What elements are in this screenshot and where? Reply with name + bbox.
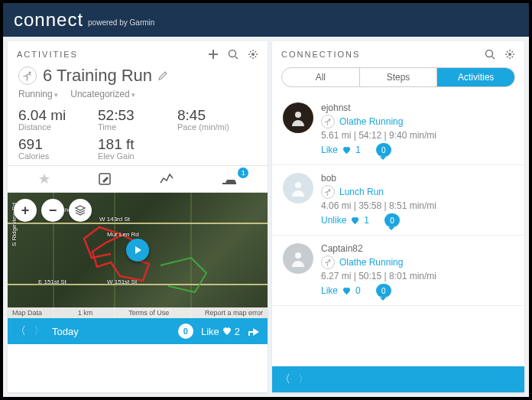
elev-label: Elev Gain xyxy=(98,151,177,161)
like-button[interactable]: Unlike xyxy=(321,215,346,226)
avatar[interactable] xyxy=(283,173,313,203)
segment-all[interactable]: All xyxy=(282,68,359,86)
segment-activities[interactable]: Activities xyxy=(436,68,514,86)
distance-value: 6.04 mi xyxy=(18,107,98,124)
street-label: E 151st St xyxy=(38,278,66,285)
comment-count[interactable]: 0 xyxy=(376,143,391,157)
avatar[interactable] xyxy=(283,102,313,133)
svg-point-2 xyxy=(29,72,31,74)
heart-icon xyxy=(351,216,359,225)
gear-icon[interactable] xyxy=(504,49,515,60)
today-label: Today xyxy=(52,326,79,337)
avatar[interactable] xyxy=(283,243,313,274)
segment-steps[interactable]: Steps xyxy=(359,68,437,86)
panel-title: CONNECTIONS xyxy=(281,50,360,59)
calories-value: 691 xyxy=(18,136,98,153)
connection-name: ejohnst xyxy=(321,102,514,113)
time-value: 52:53 xyxy=(98,107,177,124)
zoom-in-button[interactable]: + xyxy=(14,199,37,222)
connection-name: Captain82 xyxy=(321,243,514,254)
map[interactable]: W 143rd St Mur Len Rd E 151st St W 151st… xyxy=(8,193,268,318)
next-button[interactable]: 〉 xyxy=(34,324,44,338)
like-button[interactable]: Like xyxy=(321,145,338,155)
street-label: W 151st St xyxy=(107,278,137,285)
connection-stats: 5.61 mi | 54:12 | 9:40 min/mi xyxy=(321,130,514,141)
running-icon xyxy=(321,115,335,128)
connections-footer: 〈 〉 xyxy=(272,366,524,392)
connection-activity-link[interactable]: Olathe Running xyxy=(321,255,514,269)
share-icon[interactable] xyxy=(248,326,260,337)
street-label: W 143rd St xyxy=(99,216,130,223)
logo-subtitle: powered by Garmin xyxy=(88,18,154,27)
activity-footer: 〈 〉 Today 0 Like 2 xyxy=(8,318,268,344)
running-icon xyxy=(321,185,335,199)
like-count: 1 xyxy=(364,215,369,226)
svg-point-10 xyxy=(295,252,301,259)
add-icon[interactable] xyxy=(208,49,219,60)
connections-panel: CONNECTIONS All Steps Activities ejohnst… xyxy=(272,41,524,392)
map-scale: 1 km xyxy=(78,309,93,317)
prev-button[interactable]: 〈 xyxy=(15,324,26,338)
connection-activity-link[interactable]: Lunch Run xyxy=(321,185,514,199)
activity-title: 6 Training Run xyxy=(43,66,152,86)
connection-activity-name: Olathe Running xyxy=(339,116,403,127)
time-label: Time xyxy=(98,122,177,132)
running-icon xyxy=(18,67,37,85)
connection-activity-name: Lunch Run xyxy=(339,187,384,197)
like-count: 2 xyxy=(235,326,240,337)
like-label: Like xyxy=(201,326,219,337)
svg-point-6 xyxy=(295,112,301,118)
connection-activity-link[interactable]: Olathe Running xyxy=(321,115,514,128)
map-attribution: Map Data 1 km Terms of Use Report a map … xyxy=(8,307,268,318)
search-icon[interactable] xyxy=(485,49,495,60)
star-tab[interactable] xyxy=(31,171,57,187)
zoom-out-button[interactable]: − xyxy=(41,199,64,222)
gear-icon[interactable] xyxy=(248,49,258,60)
edit-tab[interactable] xyxy=(92,171,118,187)
svg-point-5 xyxy=(508,53,511,56)
category-dropdown[interactable]: Uncategorized xyxy=(70,89,135,99)
prev-button[interactable]: 〈 xyxy=(280,372,290,386)
map-report-link[interactable]: Report a map error xyxy=(205,309,263,317)
connection-name: bob xyxy=(321,173,514,184)
next-button[interactable]: 〉 xyxy=(298,372,309,386)
edit-icon[interactable] xyxy=(158,71,167,80)
chart-tab[interactable] xyxy=(153,171,180,187)
connection-stats: 6.27 mi | 50:15 | 8:01 min/mi xyxy=(321,271,514,281)
svg-point-0 xyxy=(229,50,236,57)
like-button[interactable]: Like 2 xyxy=(201,326,240,337)
gear-badge: 1 xyxy=(238,167,248,178)
connection-item: Captain82Olathe Running6.27 mi | 50:15 |… xyxy=(272,236,524,306)
pace-label: Pace (min/mi) xyxy=(177,122,257,132)
type-dropdown[interactable]: Running xyxy=(18,89,58,99)
map-data-label: Map Data xyxy=(12,309,42,317)
connections-list: ejohnstOlathe Running5.61 mi | 54:12 | 9… xyxy=(272,95,524,366)
svg-point-4 xyxy=(486,50,493,57)
search-icon[interactable] xyxy=(228,49,238,60)
stats-grid: 6.04 miDistance 52:53Time 8:45Pace (min/… xyxy=(8,106,268,165)
heart-icon xyxy=(342,287,351,295)
comment-count[interactable]: 0 xyxy=(384,213,400,227)
svg-point-8 xyxy=(295,182,301,188)
svg-point-11 xyxy=(329,259,330,261)
activities-panel: ACTIVITIES 6 Training Run xyxy=(8,41,268,392)
gear-tab[interactable]: 1 xyxy=(215,171,244,187)
app-header: connect powered by Garmin xyxy=(3,3,529,37)
calories-label: Calories xyxy=(18,151,98,161)
connection-item: ejohnstOlathe Running5.61 mi | 54:12 | 9… xyxy=(272,95,524,165)
segment-control: All Steps Activities xyxy=(281,67,515,87)
like-count: 0 xyxy=(355,285,361,296)
panel-title: ACTIVITIES xyxy=(17,50,78,59)
svg-point-1 xyxy=(251,53,255,56)
pace-value: 8:45 xyxy=(177,107,257,124)
like-button[interactable]: Like xyxy=(321,285,338,296)
map-terms-link[interactable]: Terms of Use xyxy=(128,309,169,317)
comment-count[interactable]: 0 xyxy=(178,324,193,339)
connection-item: bobLunch Run4.06 mi | 35:58 | 8:51 min/m… xyxy=(272,165,524,236)
running-icon xyxy=(321,255,335,269)
logo: connect xyxy=(14,9,83,31)
comment-count[interactable]: 0 xyxy=(376,284,391,298)
play-button[interactable] xyxy=(126,239,149,262)
layers-button[interactable] xyxy=(69,199,92,222)
svg-point-7 xyxy=(329,119,330,120)
